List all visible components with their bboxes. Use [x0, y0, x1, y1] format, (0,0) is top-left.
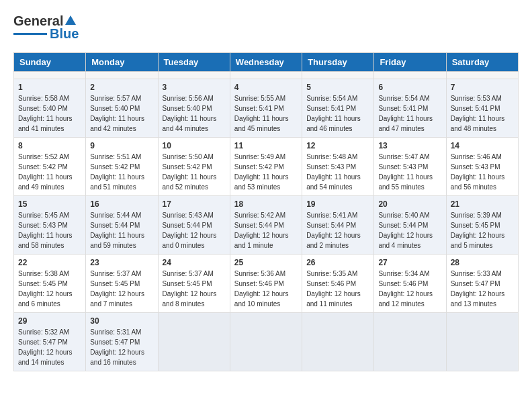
weekday-header-row: SundayMondayTuesdayWednesdayThursdayFrid… [14, 53, 519, 72]
weekday-header-tuesday: Tuesday [158, 53, 230, 72]
calendar-cell: 11Sunrise: 5:49 AMSunset: 5:42 PMDayligh… [230, 138, 302, 196]
calendar-week-row: 8Sunrise: 5:52 AMSunset: 5:42 PMDaylight… [14, 138, 519, 196]
calendar-table: SundayMondayTuesdayWednesdayThursdayFrid… [13, 52, 519, 371]
calendar-cell: 4Sunrise: 5:55 AMSunset: 5:41 PMDaylight… [230, 79, 302, 138]
page-header: General Blue [13, 13, 519, 42]
weekday-header-saturday: Saturday [446, 53, 518, 72]
calendar-cell: 29Sunrise: 5:32 AMSunset: 5:47 PMDayligh… [14, 313, 86, 371]
calendar-cell: 20Sunrise: 5:40 AMSunset: 5:44 PMDayligh… [374, 196, 446, 255]
calendar-cell [158, 72, 230, 79]
calendar-cell [86, 72, 158, 79]
calendar-cell: 12Sunrise: 5:48 AMSunset: 5:43 PMDayligh… [302, 138, 374, 196]
calendar-cell: 8Sunrise: 5:52 AMSunset: 5:42 PMDaylight… [14, 138, 86, 196]
calendar-week-row: 22Sunrise: 5:38 AMSunset: 5:45 PMDayligh… [14, 255, 519, 313]
calendar-cell: 24Sunrise: 5:37 AMSunset: 5:45 PMDayligh… [158, 255, 230, 313]
calendar-cell: 28Sunrise: 5:33 AMSunset: 5:47 PMDayligh… [446, 255, 518, 313]
calendar-cell: 19Sunrise: 5:41 AMSunset: 5:44 PMDayligh… [302, 196, 374, 255]
calendar-week-row: 1Sunrise: 5:58 AMSunset: 5:40 PMDaylight… [14, 79, 519, 138]
calendar-cell: 10Sunrise: 5:50 AMSunset: 5:42 PMDayligh… [158, 138, 230, 196]
weekday-header-monday: Monday [86, 53, 158, 72]
calendar-cell: 13Sunrise: 5:47 AMSunset: 5:43 PMDayligh… [374, 138, 446, 196]
calendar-cell: 18Sunrise: 5:42 AMSunset: 5:44 PMDayligh… [230, 196, 302, 255]
calendar-week-row: 29Sunrise: 5:32 AMSunset: 5:47 PMDayligh… [14, 313, 519, 371]
calendar-cell: 1Sunrise: 5:58 AMSunset: 5:40 PMDaylight… [14, 79, 86, 138]
calendar-cell [374, 72, 446, 79]
weekday-header-wednesday: Wednesday [230, 53, 302, 72]
calendar-week-row: 15Sunrise: 5:45 AMSunset: 5:43 PMDayligh… [14, 196, 519, 255]
calendar-cell: 2Sunrise: 5:57 AMSunset: 5:40 PMDaylight… [86, 79, 158, 138]
calendar-cell: 26Sunrise: 5:35 AMSunset: 5:46 PMDayligh… [302, 255, 374, 313]
calendar-cell: 5Sunrise: 5:54 AMSunset: 5:41 PMDaylight… [302, 79, 374, 138]
calendar-cell [14, 72, 86, 79]
calendar-cell [230, 72, 302, 79]
logo: General Blue [13, 13, 79, 42]
logo-triangle-icon [65, 15, 76, 25]
calendar-cell: 16Sunrise: 5:44 AMSunset: 5:44 PMDayligh… [86, 196, 158, 255]
weekday-header-friday: Friday [374, 53, 446, 72]
calendar-cell: 17Sunrise: 5:43 AMSunset: 5:44 PMDayligh… [158, 196, 230, 255]
calendar-cell: 23Sunrise: 5:37 AMSunset: 5:45 PMDayligh… [86, 255, 158, 313]
calendar-cell: 6Sunrise: 5:54 AMSunset: 5:41 PMDaylight… [374, 79, 446, 138]
calendar-cell: 25Sunrise: 5:36 AMSunset: 5:46 PMDayligh… [230, 255, 302, 313]
calendar-week-row [14, 72, 519, 79]
weekday-header-sunday: Sunday [14, 53, 86, 72]
logo-underline [13, 33, 47, 35]
calendar-cell: 22Sunrise: 5:38 AMSunset: 5:45 PMDayligh… [14, 255, 86, 313]
logo-blue: Blue [50, 26, 79, 42]
calendar-cell: 9Sunrise: 5:51 AMSunset: 5:42 PMDaylight… [86, 138, 158, 196]
calendar-cell [446, 313, 518, 371]
calendar-cell [302, 72, 374, 79]
calendar-cell [374, 313, 446, 371]
weekday-header-thursday: Thursday [302, 53, 374, 72]
calendar-cell: 27Sunrise: 5:34 AMSunset: 5:46 PMDayligh… [374, 255, 446, 313]
calendar-cell: 3Sunrise: 5:56 AMSunset: 5:40 PMDaylight… [158, 79, 230, 138]
calendar-cell [446, 72, 518, 79]
calendar-cell: 30Sunrise: 5:31 AMSunset: 5:47 PMDayligh… [86, 313, 158, 371]
calendar-cell [302, 313, 374, 371]
calendar-cell: 21Sunrise: 5:39 AMSunset: 5:45 PMDayligh… [446, 196, 518, 255]
calendar-cell: 7Sunrise: 5:53 AMSunset: 5:41 PMDaylight… [446, 79, 518, 138]
calendar-cell: 15Sunrise: 5:45 AMSunset: 5:43 PMDayligh… [14, 196, 86, 255]
calendar-cell: 14Sunrise: 5:46 AMSunset: 5:43 PMDayligh… [446, 138, 518, 196]
calendar-cell [230, 313, 302, 371]
calendar-cell [158, 313, 230, 371]
